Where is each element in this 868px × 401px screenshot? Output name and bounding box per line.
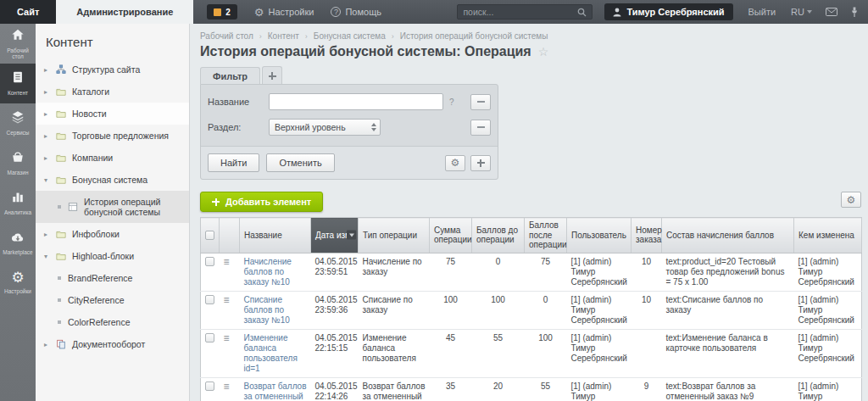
cell-name[interactable]: Возврат баллов за отмененный заказ №9 [240, 377, 311, 401]
search-icon[interactable] [577, 8, 587, 17]
page-title-text: История операций бонусной системы: Опера… [200, 44, 531, 59]
page-title: История операций бонусной системы: Опера… [190, 43, 868, 66]
admin-tab[interactable]: Администрирование [56, 0, 193, 24]
header-menu-cell [220, 218, 240, 253]
row-menu-icon[interactable]: ≡ [224, 381, 230, 393]
row-menu-icon[interactable]: ≡ [224, 332, 230, 344]
menu-item[interactable]: ▸Торговые предложения [36, 125, 189, 147]
gear-icon: ⚙ [847, 195, 856, 205]
table-row[interactable]: ≡Изменение баланса пользователя id=104.0… [201, 329, 862, 377]
chart-icon [11, 190, 25, 207]
row-checkbox[interactable] [205, 257, 214, 266]
row-menu-icon[interactable]: ≡ [224, 294, 230, 306]
help-icon[interactable]: ? [449, 97, 454, 107]
menu-item[interactable]: ▸Структура сайта [36, 58, 189, 81]
column-header-order[interactable]: Номер заказа [632, 218, 662, 253]
menu-items: ▸Структура сайта▸Каталоги▸Новости▸Торгов… [36, 58, 189, 355]
help-link[interactable]: ? Помощь [331, 7, 381, 17]
rail-item[interactable]: ⚙Настройки [0, 263, 36, 303]
row-checkbox[interactable] [205, 333, 214, 343]
row-checkbox[interactable] [205, 382, 214, 391]
remove-section-filter-button[interactable] [470, 120, 491, 136]
table-row[interactable]: ≡Начисление баллов по заказу №1004.05.20… [201, 253, 862, 291]
section-select[interactable]: Верхний уровень [269, 119, 381, 136]
column-header-after[interactable]: Баллов после операции [525, 218, 567, 253]
expand-arrow-icon[interactable]: ▾ [44, 253, 51, 260]
topbar: Сайт Администрирование 2 ⚙ Настройки ? П… [0, 0, 868, 24]
add-filter-field-button[interactable] [470, 155, 491, 171]
cell-order: 10 [632, 253, 662, 291]
pin-icon[interactable] [851, 7, 858, 18]
name-filter-input[interactable] [269, 93, 443, 110]
breadcrumb-item[interactable]: Рабочий стол [200, 31, 253, 41]
settings-link[interactable]: ⚙ Настройки [254, 7, 314, 18]
menu-item[interactable]: ▸Каталоги [36, 81, 189, 103]
breadcrumb-item[interactable]: Контент [268, 31, 299, 41]
add-filter-tab-button[interactable] [262, 66, 282, 84]
add-element-button[interactable]: Добавить элемент [200, 192, 323, 212]
cell-sum: 35 [430, 377, 472, 401]
rail-item[interactable]: Рабочий стол [0, 24, 36, 64]
search-input[interactable] [463, 7, 577, 17]
expand-arrow-icon[interactable]: ▸ [44, 341, 51, 348]
cell-name[interactable]: Начисление баллов по заказу №10 [240, 253, 311, 291]
user-menu[interactable]: Тимур Серебрянский [604, 3, 732, 20]
messages-icon[interactable] [826, 8, 837, 16]
column-header-changed_by[interactable]: Кем изменена [794, 218, 862, 253]
add-element-label: Добавить элемент [225, 197, 311, 207]
rail-item[interactable]: Аналитика [0, 183, 36, 223]
row-checkbox[interactable] [205, 295, 214, 304]
notifications-badge[interactable]: 2 [207, 4, 237, 19]
rail-item[interactable]: Контент [0, 64, 36, 103]
column-header-type[interactable]: Тип операции [359, 218, 430, 253]
column-header-before[interactable]: Баллов до операции [472, 218, 525, 253]
expand-arrow-icon[interactable]: ▸ [44, 132, 51, 140]
logout-link[interactable]: Выйти [748, 7, 776, 17]
column-header-sum[interactable]: Сумма операции [430, 218, 472, 253]
menu-item[interactable]: ▸Новости [36, 103, 189, 125]
rail-item[interactable]: Магазин [0, 143, 36, 183]
rail-item[interactable]: Сервисы [0, 103, 36, 143]
column-header-name[interactable]: Название [240, 218, 311, 253]
menu-item-label: История операций бонусной системы [84, 197, 186, 217]
list-settings-button[interactable]: ⚙ [841, 192, 861, 208]
menu-item[interactable]: ▾Highload-блоки [36, 245, 189, 267]
cell-name[interactable]: Изменение баланса пользователя id=1 [240, 329, 311, 377]
expand-arrow-icon[interactable]: ▸ [44, 110, 51, 118]
expand-arrow-icon[interactable]: ▸ [44, 88, 51, 96]
cancel-button[interactable]: Отменить [266, 153, 334, 172]
remove-name-filter-button[interactable] [470, 94, 491, 110]
menu-item[interactable]: BrandReference [36, 267, 189, 289]
column-header-detail[interactable]: Состав начисления баллов [662, 218, 794, 253]
find-button[interactable]: Найти [208, 153, 259, 172]
expand-arrow-icon[interactable]: ▸ [44, 231, 51, 238]
cell-after: 75 [525, 253, 567, 291]
filter-tab[interactable]: Фильтр [200, 67, 260, 84]
expand-arrow-icon[interactable]: ▸ [44, 154, 51, 162]
expand-arrow-icon[interactable]: ▸ [44, 66, 51, 74]
menu-item[interactable]: ColorReference [36, 311, 189, 333]
row-menu-icon[interactable]: ≡ [224, 256, 230, 268]
filter-collapse-button[interactable] [493, 75, 498, 80]
cell-type: Возврат баллов за отмененный заказ [359, 377, 430, 401]
breadcrumb-item[interactable]: Бонусная система [314, 31, 386, 41]
table-row[interactable]: ≡Списание баллов по заказу №1004.05.2015… [201, 291, 862, 329]
favorite-star-icon[interactable]: ☆ [538, 45, 549, 58]
menu-item[interactable]: ▸Инфоблоки [36, 223, 189, 245]
language-selector[interactable]: RU [791, 7, 812, 17]
column-header-date[interactable]: Дата изм. [311, 218, 359, 253]
menu-item[interactable]: CityReference [36, 289, 189, 311]
site-tab[interactable]: Сайт [0, 0, 56, 24]
menu-item[interactable]: История операций бонусной системы [36, 191, 189, 223]
filter-settings-button[interactable]: ⚙ [445, 155, 465, 171]
column-header-user[interactable]: Пользователь [567, 218, 632, 253]
cell-name[interactable]: Списание баллов по заказу №10 [240, 291, 311, 329]
menu-item[interactable]: ▸Документооборот [36, 333, 189, 355]
select-all-checkbox[interactable] [205, 231, 214, 240]
menu-item[interactable]: ▸Компании [36, 147, 189, 169]
sort-desc-icon[interactable] [347, 231, 356, 240]
rail-item[interactable]: Marketplace [0, 223, 36, 263]
menu-item[interactable]: ▾Бонусная система [36, 169, 189, 191]
expand-arrow-icon[interactable]: ▾ [44, 176, 51, 184]
table-row[interactable]: ≡Возврат баллов за отмененный заказ №904… [201, 377, 862, 401]
